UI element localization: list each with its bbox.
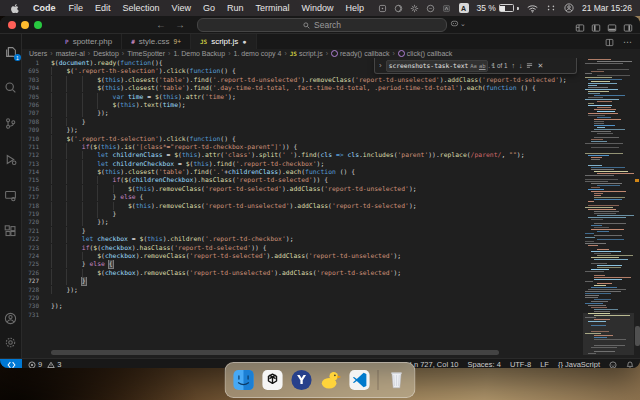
breadcrumb-item[interactable]: 1. demo copy 4 <box>234 50 282 57</box>
line-number[interactable]: 704 <box>22 84 39 92</box>
minimap[interactable] <box>583 58 634 358</box>
dock-cyberduck-icon[interactable] <box>320 369 342 391</box>
account-icon[interactable] <box>3 311 18 326</box>
code-line[interactable]: 717 } else { <box>22 193 583 201</box>
find-previous-icon[interactable]: ↑ <box>511 62 515 69</box>
dock-trash-icon[interactable] <box>386 369 408 391</box>
status-language-mode[interactable]: {} JavaScript <box>558 360 600 368</box>
code-line[interactable]: 723 if($(checkbox).hasClass('report-td-s… <box>22 244 583 252</box>
line-number[interactable]: 726 <box>22 269 39 277</box>
line-number[interactable]: 713 <box>22 160 39 168</box>
split-editor-icon[interactable] <box>605 33 614 51</box>
line-number[interactable]: 709 <box>22 126 39 134</box>
line-number[interactable]: 705 <box>22 93 39 101</box>
problems-status[interactable]: 9 3 <box>28 360 61 368</box>
remote-indicator[interactable] <box>0 359 22 368</box>
apple-menu-icon[interactable] <box>10 3 20 14</box>
window-title-bar[interactable]: ← → Search ⌄ <box>0 16 640 34</box>
input-source-icon[interactable]: A <box>459 3 469 13</box>
app-extra-2-icon[interactable] <box>394 4 403 13</box>
code-line[interactable]: 706 $(this).text(time); <box>22 101 583 109</box>
run-debug-icon[interactable] <box>3 152 18 167</box>
line-number[interactable]: 708 <box>22 118 39 126</box>
menu-go[interactable]: Go <box>203 3 215 13</box>
code-line[interactable]: 714 $(this).closest('table').find('.'+ch… <box>22 168 583 176</box>
remote-explorer-icon[interactable] <box>3 188 18 203</box>
dock-chatgpt-icon[interactable] <box>262 369 284 391</box>
code-line[interactable]: 721 } <box>22 227 583 235</box>
menu-window[interactable]: Window <box>301 3 333 13</box>
line-number[interactable]: 716 <box>22 185 39 193</box>
find-next-icon[interactable]: ↓ <box>519 62 523 69</box>
whole-word-icon[interactable]: ab <box>479 63 486 69</box>
source-control-icon[interactable] <box>3 116 18 131</box>
match-case-icon[interactable]: Aa <box>470 63 477 69</box>
menu-selection[interactable]: Selection <box>123 3 160 13</box>
breadcrumb-item[interactable]: JSscript.js <box>290 50 323 57</box>
line-number[interactable]: 707 <box>22 109 39 117</box>
settings-gear-icon[interactable] <box>3 335 18 350</box>
breadcrumb-item[interactable]: TimeSpotter <box>127 50 165 57</box>
tab-spotter.php[interactable]: Pspotter.php <box>56 34 122 49</box>
line-number[interactable]: 724 <box>22 252 39 260</box>
line-number[interactable]: 706 <box>22 101 39 109</box>
line-number[interactable]: 715 <box>22 176 39 184</box>
close-window-button[interactable] <box>8 21 16 29</box>
nav-back-button[interactable]: ← <box>156 16 166 33</box>
line-number[interactable]: 730 <box>22 302 39 310</box>
find-input[interactable]: screenshots-task-text Aa ab .* <box>386 60 488 72</box>
line-number[interactable]: 718 <box>22 202 39 210</box>
breadcrumb-item[interactable]: click() callback <box>398 50 453 57</box>
line-number[interactable]: 710 <box>22 135 39 143</box>
line-number[interactable]: 712 <box>22 151 39 159</box>
line-number[interactable]: 695 <box>22 67 39 75</box>
line-number[interactable]: 717 <box>22 193 39 201</box>
dock-vscode-icon[interactable] <box>349 369 371 391</box>
code-line[interactable]: 716 $(this).removeClass('report-td-selec… <box>22 185 583 193</box>
menu-view[interactable]: View <box>172 3 191 13</box>
code-line[interactable]: 728 }); <box>22 286 583 294</box>
line-number[interactable]: 719 <box>22 210 39 218</box>
line-number[interactable]: 729 <box>22 294 39 302</box>
horizontal-scrollbar[interactable] <box>51 350 499 355</box>
menu-app-name[interactable]: Code <box>33 3 56 13</box>
code-line[interactable]: 725 } else { <box>22 260 583 268</box>
line-number[interactable]: 1 <box>22 59 39 67</box>
code-line[interactable]: 713 let childrenCheckbox = $(this).find(… <box>22 160 583 168</box>
toggle-replace-icon[interactable]: › <box>379 61 382 70</box>
menu-clock[interactable]: 21 Mar 15:26 <box>582 3 632 13</box>
line-number[interactable]: 727 <box>22 277 39 285</box>
nav-forward-button[interactable]: → <box>175 16 185 33</box>
line-number[interactable]: 711 <box>22 143 39 151</box>
minimize-window-button[interactable] <box>21 21 29 29</box>
code-line[interactable]: 710 $('.report-td-selection').click(func… <box>22 135 583 143</box>
more-actions-icon[interactable]: ⋯ <box>623 37 632 47</box>
code-line[interactable]: 722 let checkbox = $(this).children('.re… <box>22 235 583 243</box>
line-number[interactable]: 714 <box>22 168 39 176</box>
app-extra-5-icon[interactable] <box>442 4 451 13</box>
keyboard-brightness-icon[interactable] <box>546 4 556 12</box>
code-line[interactable]: 703 $(this).closest('table').find('.repo… <box>22 76 583 84</box>
code-line[interactable]: 731 <box>22 311 583 319</box>
code-line[interactable]: 730}); <box>22 302 583 310</box>
code-line[interactable]: 720 }); <box>22 218 583 226</box>
menu-file[interactable]: File <box>69 3 84 13</box>
code-line[interactable]: 724 $(checkbox).removeClass('report-td-s… <box>22 252 583 260</box>
app-extra-4-icon[interactable] <box>426 4 435 13</box>
breadcrumb-item[interactable]: Desktop <box>93 50 119 57</box>
line-number[interactable]: 728 <box>22 286 39 294</box>
modified-dot-icon[interactable]: ● <box>242 38 246 45</box>
line-number[interactable]: 731 <box>22 311 39 319</box>
code-line[interactable]: 715 if($(childrenCheckbox).hasClass('rep… <box>22 176 583 184</box>
code-line[interactable]: 726 $(checkbox).removeClass('report-td-u… <box>22 269 583 277</box>
dock-finder-icon[interactable] <box>233 369 255 391</box>
search-icon[interactable] <box>3 80 18 95</box>
breadcrumb-item[interactable]: 1. Demo Backup <box>173 50 225 57</box>
dock-yandex-browser-icon[interactable]: Y <box>291 369 313 391</box>
breadcrumb-item[interactable]: Users <box>29 50 47 57</box>
code-line[interactable]: 718 $(this).removeClass('report-td-unsel… <box>22 202 583 210</box>
code-line[interactable]: 711 if($(this).is('[class*="report-td-ch… <box>22 143 583 151</box>
menu-help[interactable]: Help <box>345 3 364 13</box>
code-line[interactable]: 707 }); <box>22 109 583 117</box>
status-eol[interactable]: LF <box>540 360 549 368</box>
